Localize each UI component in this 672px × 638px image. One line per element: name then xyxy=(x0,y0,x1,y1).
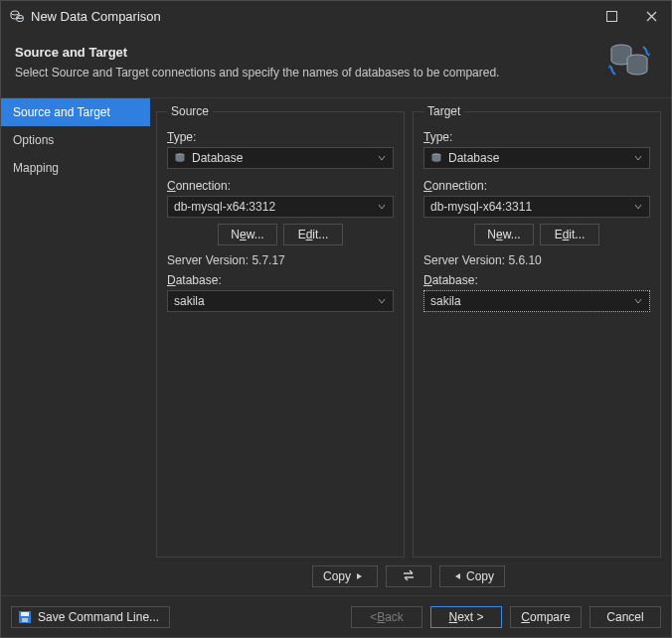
source-panel: Source Type: Database Connection: db-my xyxy=(156,104,405,558)
sidebar-item-mapping[interactable]: Mapping xyxy=(1,154,150,182)
source-new-connection-button[interactable]: New... xyxy=(218,224,277,245)
sidebar-item-source-and-target[interactable]: Source and Target xyxy=(1,98,150,126)
chevron-down-icon xyxy=(631,203,645,211)
back-button: < Back xyxy=(351,606,422,628)
target-connection-select[interactable]: db-mysql-x64:3311 xyxy=(423,196,650,218)
sidebar-item-label: Mapping xyxy=(13,161,59,175)
wizard-content: Source Type: Database Connection: db-my xyxy=(150,98,671,595)
header-databases-icon xyxy=(607,41,657,83)
copy-swap-row: Copy C xyxy=(156,558,661,595)
wizard-footer: Save Command Line... < Back Next > Compa… xyxy=(1,595,671,637)
cancel-button[interactable]: Cancel xyxy=(589,606,661,628)
source-database-label: Database: xyxy=(167,273,394,287)
target-server-version: Server Version: 5.6.10 xyxy=(423,253,650,267)
wizard-header: Source and Target Select Source and Targ… xyxy=(1,31,671,98)
close-button[interactable] xyxy=(631,1,671,31)
source-legend: Source xyxy=(167,104,213,118)
svg-point-0 xyxy=(11,11,19,15)
compare-button[interactable]: Compare xyxy=(510,606,582,628)
source-database-value: sakila xyxy=(174,294,375,308)
title-bar: New Data Comparison xyxy=(1,1,671,31)
swap-icon xyxy=(402,569,416,584)
page-title: Source and Target xyxy=(15,45,499,60)
source-type-select[interactable]: Database xyxy=(167,147,394,169)
source-server-version: Server Version: 5.7.17 xyxy=(167,253,394,267)
source-edit-connection-button[interactable]: Edit... xyxy=(283,224,343,245)
target-legend: Target xyxy=(423,104,464,118)
chevron-down-icon xyxy=(375,297,389,305)
source-type-value: Database xyxy=(192,151,375,165)
target-database-value: sakila xyxy=(430,294,631,308)
target-connection-label: Connection: xyxy=(423,179,650,193)
target-new-connection-button[interactable]: New... xyxy=(474,224,534,245)
svg-rect-2 xyxy=(606,11,616,21)
source-connection-label: Connection: xyxy=(167,179,394,193)
copy-to-source-button[interactable]: Copy xyxy=(439,565,505,587)
wizard-body: Source and Target Options Mapping Source… xyxy=(1,98,671,595)
next-button[interactable]: Next > xyxy=(430,606,502,628)
swap-button[interactable] xyxy=(386,565,431,587)
target-database-label: Database: xyxy=(423,273,650,287)
source-database-select[interactable]: sakila xyxy=(167,290,394,312)
window-title: New Data Comparison xyxy=(31,9,161,24)
sidebar-item-options[interactable]: Options xyxy=(1,126,150,154)
database-icon xyxy=(430,152,442,164)
triangle-left-icon xyxy=(454,569,462,583)
dialog-window: New Data Comparison Source and Target Se… xyxy=(0,0,672,638)
sidebar-item-label: Source and Target xyxy=(13,105,110,119)
chevron-down-icon xyxy=(631,297,645,305)
save-icon xyxy=(18,610,32,624)
source-connection-select[interactable]: db-mysql-x64:3312 xyxy=(167,196,394,218)
svg-rect-9 xyxy=(22,618,28,622)
target-edit-connection-button[interactable]: Edit... xyxy=(540,224,599,245)
target-type-label: Type: xyxy=(423,130,650,144)
sidebar-item-label: Options xyxy=(13,133,54,147)
target-type-select[interactable]: Database xyxy=(423,147,650,169)
database-icon xyxy=(174,152,186,164)
target-type-value: Database xyxy=(448,151,631,165)
target-panel: Target Type: Database Connection: db-my xyxy=(413,104,661,558)
source-type-label: Type: xyxy=(167,130,394,144)
svg-rect-8 xyxy=(21,612,29,616)
chevron-down-icon xyxy=(375,203,389,211)
app-icon xyxy=(9,8,25,24)
target-database-select[interactable]: sakila xyxy=(423,290,650,312)
triangle-right-icon xyxy=(355,569,363,583)
page-subtitle: Select Source and Target connections and… xyxy=(15,66,499,80)
target-connection-value: db-mysql-x64:3311 xyxy=(430,200,631,214)
chevron-down-icon xyxy=(375,154,389,162)
wizard-sidebar: Source and Target Options Mapping xyxy=(1,98,150,595)
chevron-down-icon xyxy=(631,154,645,162)
save-command-line-button[interactable]: Save Command Line... xyxy=(11,606,170,628)
svg-point-1 xyxy=(17,15,23,18)
maximize-button[interactable] xyxy=(591,1,631,31)
copy-to-target-button[interactable]: Copy xyxy=(312,565,378,587)
source-connection-value: db-mysql-x64:3312 xyxy=(174,200,375,214)
